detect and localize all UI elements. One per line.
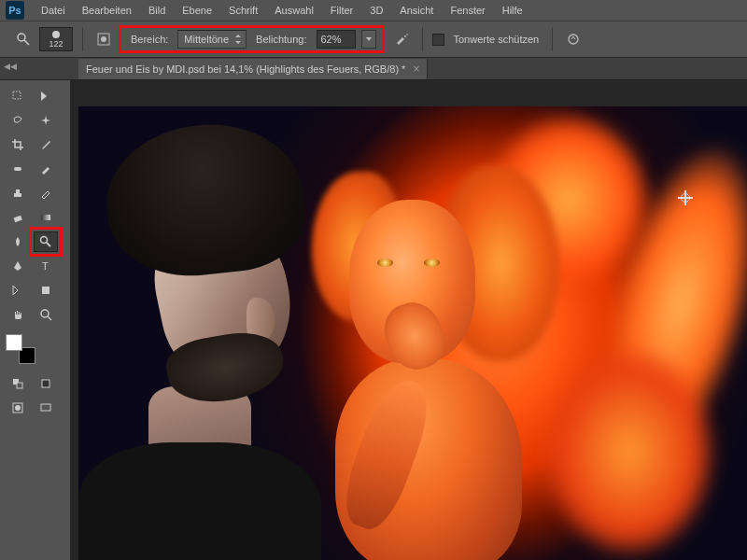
current-tool-icon[interactable] [13,29,34,49]
svg-text:T: T [42,260,49,272]
svg-point-21 [15,405,21,411]
svg-rect-9 [14,216,22,222]
menu-select[interactable]: Auswahl [267,2,321,19]
svg-rect-7 [13,91,21,99]
separator [82,27,83,51]
airbrush-button[interactable] [390,28,413,50]
menu-type[interactable]: Schrift [221,2,265,19]
gradient-tool[interactable] [34,207,58,228]
exposure-stepper[interactable] [361,30,376,49]
crop-tool[interactable] [6,134,30,155]
range-label: Bereich: [127,34,172,45]
tools-panel: T [0,80,71,560]
protect-tones-label: Tonwerte schützen [450,34,543,45]
svg-point-15 [41,310,49,317]
svg-line-12 [47,243,50,246]
mini-swatch-tool-2[interactable] [34,373,58,394]
pen-tool[interactable] [6,256,30,276]
svg-point-0 [18,34,25,41]
exposure-field[interactable]: 62% [317,30,356,49]
shape-tool[interactable] [34,280,58,301]
document-tab-bar: Feuer und Eis by MDI.psd bei 14,1% (High… [0,58,747,80]
app-logo: Ps [6,1,24,20]
canvas-area[interactable] [71,80,747,560]
brush-size-value: 122 [49,39,63,49]
stamp-tool[interactable] [6,183,30,203]
type-tool[interactable]: T [34,256,58,276]
separator [552,27,553,51]
svg-rect-19 [42,380,49,387]
svg-line-1 [24,40,29,45]
svg-rect-10 [41,215,50,220]
document-image [78,106,747,560]
svg-point-5 [406,34,408,35]
document-title: Feuer und Eis by MDI.psd bei 14,1% (High… [86,63,405,75]
svg-rect-18 [17,383,22,388]
separator [422,27,423,51]
range-dropdown[interactable]: Mitteltöne [177,30,247,49]
healing-tool[interactable] [6,159,30,179]
mini-swatch-tool[interactable] [6,373,30,394]
menu-bar: Ps Datei Bearbeiten Bild Ebene Schrift A… [0,0,747,21]
close-tab-button[interactable]: × [413,63,419,76]
quickmask-tool[interactable] [6,398,30,418]
brush-preset-picker[interactable]: 122 [39,27,73,51]
svg-line-16 [48,316,51,320]
menu-image[interactable]: Bild [141,2,173,19]
blur-tool[interactable] [6,231,30,252]
menu-view[interactable]: Ansicht [392,2,441,19]
range-value: Mitteltöne [184,34,229,45]
exposure-value: 62% [321,34,342,45]
woman-figure [298,158,587,560]
options-bar: 122 Bereich: Mitteltöne Belichtung: 62% … [0,21,747,58]
svg-rect-8 [14,167,21,171]
svg-point-3 [101,36,106,42]
zoom-tool[interactable] [34,304,58,325]
pressure-button[interactable] [562,28,585,50]
menu-help[interactable]: Hilfe [495,2,530,19]
dodge-tool[interactable] [34,231,58,252]
path-tool[interactable] [6,280,30,301]
eyedropper-tool[interactable] [34,134,58,155]
exposure-label: Belichtung: [252,34,310,45]
brush-tool[interactable] [34,159,58,179]
hand-tool[interactable] [6,304,30,325]
wand-tool[interactable] [34,110,58,131]
foreground-color[interactable] [6,334,22,351]
protect-tones-checkbox[interactable] [432,34,444,46]
history-brush-tool[interactable] [34,183,58,203]
color-swatches[interactable] [6,334,32,360]
move-tool[interactable] [6,86,30,106]
brush-panel-button[interactable] [92,28,115,50]
menu-filter[interactable]: Filter [323,2,360,19]
artboard-tool[interactable] [34,86,58,106]
menu-window[interactable]: Fenster [443,2,492,19]
eraser-tool[interactable] [6,207,30,228]
collapse-icon[interactable]: ◀◀ [4,62,17,71]
highlighted-options: Bereich: Mitteltöne Belichtung: 62% [119,25,385,53]
lasso-tool[interactable] [6,110,30,131]
menu-layer[interactable]: Ebene [175,2,219,19]
menu-edit[interactable]: Bearbeiten [75,2,139,19]
svg-rect-14 [42,287,49,294]
svg-point-4 [404,35,406,37]
menu-file[interactable]: Datei [34,2,73,19]
main-area: T [0,80,747,560]
svg-point-11 [41,237,48,244]
tool-cursor [678,190,693,205]
brush-dot-icon [52,31,60,38]
document-tab[interactable]: Feuer und Eis by MDI.psd bei 14,1% (High… [78,59,428,79]
svg-rect-22 [41,404,50,411]
screenmode-tool[interactable] [34,398,58,418]
menu-3d[interactable]: 3D [362,2,390,19]
